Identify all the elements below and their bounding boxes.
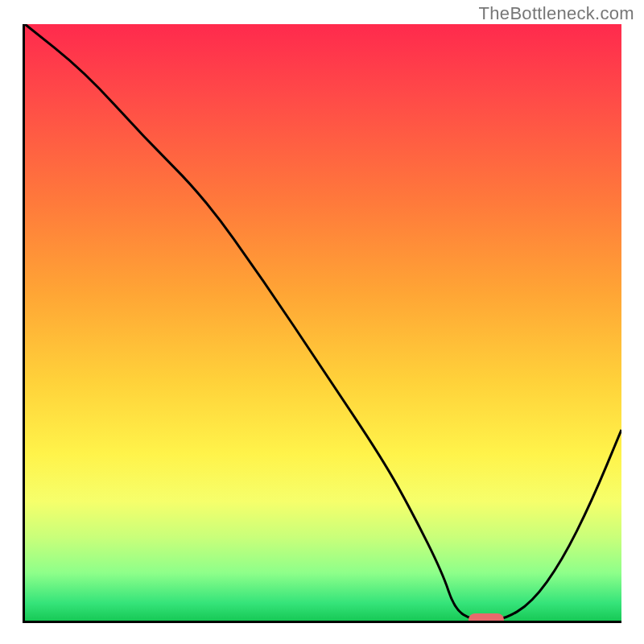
optimal-marker bbox=[469, 613, 505, 621]
plot-outer-frame bbox=[23, 24, 621, 623]
watermark-text: TheBottleneck.com bbox=[479, 3, 634, 24]
curve-svg bbox=[25, 24, 621, 621]
bottleneck-curve bbox=[25, 24, 621, 621]
plot-area bbox=[25, 24, 621, 621]
